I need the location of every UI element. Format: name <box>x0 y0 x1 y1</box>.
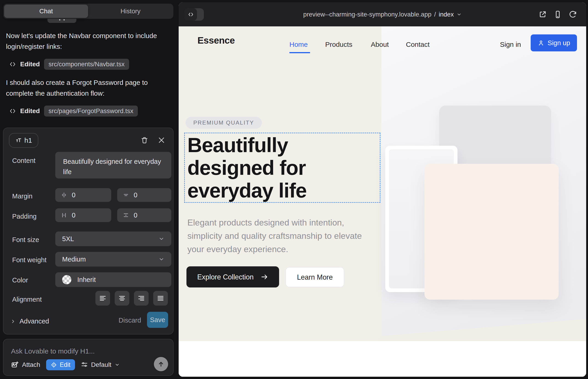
target-icon <box>51 362 57 368</box>
padding-vertical-input[interactable]: 0 <box>117 208 171 222</box>
align-center-button[interactable] <box>115 291 129 306</box>
chevron-down-icon <box>457 12 462 17</box>
edited-file-row: Edited src/components/Navbar.tsx <box>9 59 129 69</box>
selected-element-badge: h1 <box>9 133 38 148</box>
nav-item-home[interactable]: Home <box>289 41 308 48</box>
hero-paragraph: Elegant products designed with intention… <box>187 216 371 256</box>
send-button[interactable] <box>154 357 168 371</box>
content-textarea[interactable]: Beautifully designed for everyday life <box>55 152 171 178</box>
align-right-button[interactable] <box>134 291 149 306</box>
edited-file-row: Edited src/pages/ForgotPassword.tsx <box>9 106 138 116</box>
element-editor-panel: h1 Content Beautifully designed for ever… <box>3 127 174 334</box>
edit-label: Edit <box>60 361 70 368</box>
font-size-select[interactable]: 5XL <box>55 232 171 246</box>
url-bar[interactable]: preview--charming-site-symphony.lovable.… <box>179 2 586 26</box>
close-panel-button[interactable] <box>157 136 165 144</box>
nav-item-about[interactable]: About <box>371 41 389 48</box>
tab-chat-label: Chat <box>39 8 53 15</box>
font-size-value: 5XL <box>62 235 74 243</box>
attach-image-icon <box>11 361 19 369</box>
refresh-button[interactable] <box>569 10 577 19</box>
attach-button[interactable]: Attach <box>11 361 40 369</box>
code-icon <box>9 108 16 114</box>
attach-label: Attach <box>22 361 40 368</box>
url-separator: / <box>434 11 436 18</box>
explore-collection-label: Explore Collection <box>197 273 254 281</box>
font-weight-value: Medium <box>62 255 86 263</box>
padding-label: Padding <box>12 213 36 220</box>
hero-heading[interactable]: Beautifully designed for everyday life <box>187 134 380 202</box>
edited-file-chip[interactable]: src/pages/ForgotPassword.tsx <box>44 106 138 117</box>
type-icon <box>15 137 22 144</box>
delete-element-button[interactable] <box>140 136 148 144</box>
content-label: Content <box>12 157 35 164</box>
edit-mode-pill[interactable]: Edit <box>46 359 75 370</box>
rendered-site: Essence Home Products About Contact Sign… <box>179 26 586 377</box>
sliders-icon <box>81 361 88 368</box>
mobile-view-button[interactable] <box>554 10 562 19</box>
padding-vertical-value: 0 <box>134 211 137 219</box>
tab-history-label: History <box>120 8 140 15</box>
assistant-message: Now let's update the Navbar component to… <box>6 30 157 52</box>
chat-composer: Ask Lovable to modify H1... Attach <box>3 339 174 376</box>
mode-select[interactable]: Default <box>81 361 120 368</box>
tab-bar: Chat History <box>3 4 173 19</box>
section-below-hero <box>179 341 586 377</box>
margin-label: Margin <box>12 192 32 200</box>
open-external-button[interactable] <box>539 10 547 19</box>
explore-collection-button[interactable]: Explore Collection <box>186 266 279 287</box>
advanced-label: Advanced <box>19 317 49 325</box>
tab-chat[interactable]: Chat <box>4 5 88 18</box>
chevron-down-icon <box>158 256 164 262</box>
code-icon <box>9 61 16 68</box>
font-size-label: Font size <box>12 236 39 244</box>
transparency-swatch-icon <box>62 275 71 284</box>
arrow-right-icon <box>261 273 268 281</box>
padding-horizontal-icon <box>61 212 67 218</box>
font-weight-select[interactable]: Medium <box>55 252 171 267</box>
edited-label: Edited <box>20 61 40 68</box>
mode-label: Default <box>91 361 111 368</box>
margin-vertical-input[interactable]: 0 <box>117 188 171 202</box>
alignment-label: Alignment <box>12 296 42 303</box>
chevron-down-icon <box>158 236 164 242</box>
sign-up-button[interactable]: Sign up <box>531 34 577 51</box>
advanced-toggle[interactable]: Advanced <box>10 317 49 325</box>
sign-in-link[interactable]: Sign in <box>500 41 521 48</box>
chevron-down-icon <box>115 362 120 367</box>
element-tag-label: h1 <box>24 137 32 144</box>
sign-up-label: Sign up <box>548 39 570 47</box>
save-button[interactable]: Save <box>147 312 168 328</box>
padding-vertical-icon <box>123 212 129 218</box>
color-value: Inherit <box>77 276 96 284</box>
edited-label: Edited <box>20 107 40 115</box>
ellipsis-icon <box>59 19 65 20</box>
chat-sidebar: Chat History Now let's update the Navbar… <box>0 0 179 379</box>
nav-item-contact[interactable]: Contact <box>406 41 430 48</box>
nav-item-products[interactable]: Products <box>325 41 352 48</box>
color-select[interactable]: Inherit <box>55 272 171 287</box>
learn-more-button[interactable]: Learn More <box>286 267 344 287</box>
composer-input[interactable]: Ask Lovable to modify H1... <box>11 347 95 355</box>
edited-file-chip[interactable]: src/components/Navbar.tsx <box>44 59 129 70</box>
margin-horizontal-icon <box>61 192 67 198</box>
align-left-button[interactable] <box>95 291 110 306</box>
color-label: Color <box>12 276 28 284</box>
tab-history[interactable]: History <box>89 5 172 18</box>
padding-horizontal-input[interactable]: 0 <box>55 208 111 222</box>
nav-active-underline <box>289 52 310 53</box>
align-justify-button[interactable] <box>153 291 168 306</box>
margin-vertical-icon <box>123 192 129 198</box>
margin-horizontal-value: 0 <box>72 191 76 199</box>
app-window: Chat History Now let's update the Navbar… <box>0 0 588 379</box>
scrolled-chip-partial[interactable] <box>47 19 76 23</box>
discard-button[interactable]: Discard <box>119 316 141 324</box>
padding-horizontal-value: 0 <box>72 211 76 219</box>
preview-toolbar: preview--charming-site-symphony.lovable.… <box>179 2 586 26</box>
page-name: index <box>439 11 454 18</box>
font-weight-label: Font weight <box>12 256 46 264</box>
user-icon <box>538 39 544 46</box>
chevron-right-icon <box>10 319 16 324</box>
site-logo[interactable]: Essence <box>198 35 235 46</box>
margin-horizontal-input[interactable]: 0 <box>55 188 111 202</box>
